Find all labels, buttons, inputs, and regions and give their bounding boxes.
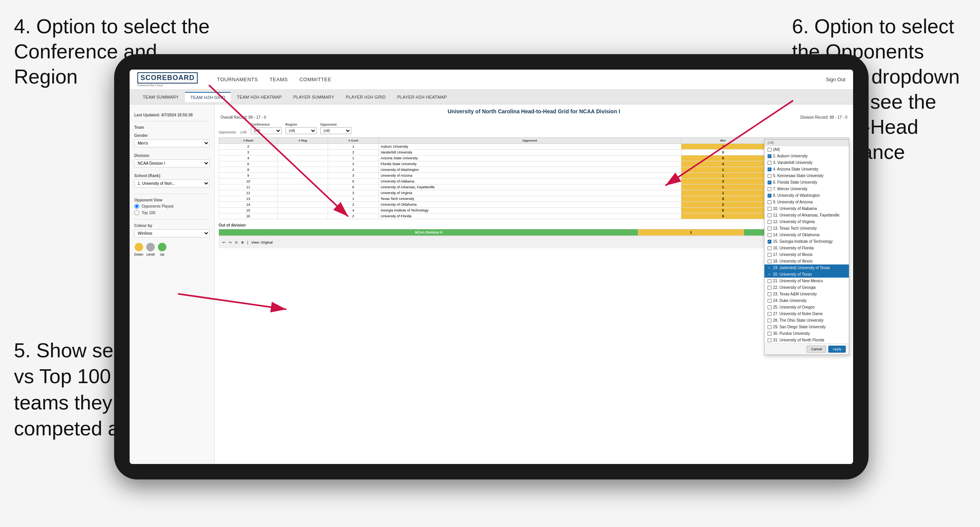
list-item[interactable]: 17. University of Illinois [765,251,849,258]
list-item[interactable]: 8. University of Washington [765,192,849,199]
nav-committee[interactable]: COMMITTEE [299,75,332,84]
list-item[interactable]: 25. University of Oregon [765,304,849,310]
list-item[interactable]: 28. The Ohio State University [765,317,849,324]
list-item[interactable]: 14. University of Oklahoma [765,232,849,238]
tab-player-h2h-heatmap[interactable]: PLAYER H2H HEATMAP [392,92,452,102]
list-item[interactable]: 4. Arizona State University [765,166,849,172]
dropdown-item-label: 5. Kennesaw State University [773,174,824,178]
nav-signout[interactable]: Sign Out [826,77,845,82]
conference-select[interactable]: (All) [251,127,282,134]
rank-cell: 10 [219,179,278,184]
list-item[interactable]: 11. University of Arkansas, Fayetteville [765,212,849,218]
checkbox-icon [768,167,771,171]
region-select[interactable]: (All) [286,127,316,134]
reg-cell [278,173,328,179]
list-item[interactable]: 6. Florida State University [765,179,849,186]
col-header-win: Win [681,138,765,144]
list-item[interactable]: 5. Kennesaw State University [765,172,849,179]
division-select[interactable]: NCAA Division I [134,159,210,167]
list-item[interactable]: 30. Purdue University [765,330,849,337]
list-item[interactable]: 27. University of Notre Dame [765,310,849,317]
sub-header: TEAM SUMMARY TEAM H2H GRID TEAM H2H HEAT… [130,90,853,104]
gender-select[interactable]: Men's [134,139,210,147]
ncaa-div2-cell: NCAA Division II [219,229,638,236]
list-item[interactable]: 19. (selected) University of Texas [765,264,849,271]
list-item[interactable]: 22. University of Georgia [765,284,849,291]
win-cell: 5 [681,155,765,161]
radio-opponents-played[interactable]: Opponents Played [134,204,210,209]
opponents-value: (All) [241,130,247,134]
opponent-cell: University of Virginia [378,190,681,196]
toolbar-zoom[interactable]: ⊕ [241,240,244,244]
list-item[interactable]: 23. Texas A&M University [765,291,849,297]
list-item[interactable]: 31. University of North Florida [765,337,849,343]
toolbar-redo[interactable]: ↪ [229,240,232,244]
list-item[interactable]: 16. University of Florida [765,245,849,251]
list-item[interactable]: 9. University of Arizona [765,199,849,205]
checkbox-icon [768,266,771,270]
dropdown-header: (All) [765,140,849,146]
toolbar-undo[interactable]: ↩ [222,240,226,244]
conf-cell: 6 [328,184,378,190]
radio-top100[interactable]: Top 100 [134,210,210,215]
checkbox-icon [768,273,771,276]
dropdown-item-label: 21. University of New Mexico [773,279,823,283]
nav-tournaments[interactable]: TOURNAMENTS [217,75,258,84]
list-item[interactable]: 20. University of Texas [765,271,849,278]
reg-cell [278,167,328,173]
dropdown-item-label: 27. University of Notre Dame [773,312,823,316]
list-item[interactable]: 24. Duke University [765,297,849,304]
tab-h2h-grid[interactable]: TEAM H2H GRID [185,92,231,102]
table-row: 14 2 University of Oklahoma 2 2 [219,202,849,208]
win-cell: 0 [681,150,765,155]
list-item[interactable]: 29. San Diego State University [765,324,849,330]
tab-team-summary[interactable]: TEAM SUMMARY [137,92,184,102]
out-of-division: Out of division NCAA Division II 1 0 [219,223,849,236]
checkbox-icon [768,259,771,263]
opponent-dropdown[interactable]: (All) (All)2. Auburn University3. Vander… [764,139,849,355]
checkbox-icon [768,299,771,303]
nav-teams[interactable]: TEAMS [270,75,288,84]
list-item[interactable]: 2. Auburn University [765,153,849,159]
color-legend: Down Level Up [134,243,210,256]
rank-cell: 11 [219,184,278,190]
list-item[interactable]: 7. Mercer University [765,186,849,192]
dropdown-item-label: 3. Vanderbilt University [773,160,812,165]
cancel-button[interactable]: Cancel [807,346,826,353]
col-header-reg: # Reg [278,138,328,144]
apply-button[interactable]: Apply [828,346,846,353]
opponent-select[interactable]: (All) [320,127,351,134]
checkbox-icon [768,279,771,283]
list-item[interactable]: 3. Vanderbilt University [765,159,849,166]
win-cell: 2 [681,202,765,208]
rank-cell: 6 [219,161,278,167]
toolbar-home[interactable]: ⊙ [235,240,238,244]
tab-player-h2h-grid[interactable]: PLAYER H2H GRID [340,92,391,102]
list-item[interactable]: 10. University of Alabama [765,205,849,212]
colour-by-select[interactable]: Win/loss [134,229,210,237]
tab-team-h2h-heatmap[interactable]: TEAM H2H HEATMAP [231,92,287,102]
rank-cell: 15 [219,208,278,213]
dropdown-item-label: 18. University of Illinois [773,259,812,263]
conf-cell: 2 [328,202,378,208]
table-row: 9 3 University of Arizona 1 0 [219,173,849,179]
school-rank-select[interactable]: 1. University of Nort... [134,179,210,188]
list-item[interactable]: 15. Georgia Institute of Technology [765,238,849,245]
list-item[interactable]: (All) [765,146,849,153]
tab-player-summary[interactable]: PLAYER SUMMARY [288,92,340,102]
list-item[interactable]: 13. Texas Tech University [765,225,849,232]
checkbox-icon [768,325,771,329]
opponent-cell: Texas Tech University [378,196,681,202]
list-item[interactable]: 12. University of Virginia [765,218,849,225]
table-row: 6 2 Florida State University 4 2 [219,161,849,167]
checkbox-icon [768,319,771,322]
reg-cell [278,179,328,184]
dropdown-item-label: 9. University of Arizona [773,200,812,204]
checkbox-icon [768,240,771,244]
list-item[interactable]: 18. University of Illinois [765,258,849,264]
legend-down: Down [134,243,143,256]
dropdown-item-label: 28. The Ohio State University [773,318,823,322]
list-item[interactable]: 21. University of New Mexico [765,278,849,284]
toolbar-view-label: View: Original [251,240,272,244]
left-panel: Last Updated: 4/7/2024 16:55:38 Team Gen… [130,104,215,464]
